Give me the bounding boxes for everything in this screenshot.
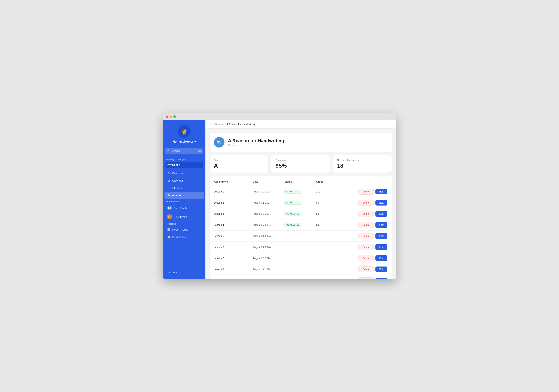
sidebar-item-grades[interactable]: ✎ Grades xyxy=(165,192,204,199)
sidebar-item-calendar[interactable]: ▦ Calendar xyxy=(165,177,204,184)
assignments-value: 18 xyxy=(337,163,387,169)
table-rows: Lesson 1 August 01, 2024 COMPLETED 100 D… xyxy=(214,186,387,279)
cell-date: August 12, 2024 xyxy=(253,257,284,260)
sidebar-item-classes[interactable]: ⊞ Classes xyxy=(165,184,204,191)
table-header: Assignment Date Status Grade xyxy=(214,180,387,185)
edit-button[interactable]: Edit xyxy=(375,255,387,261)
delete-button[interactable]: Delete xyxy=(358,200,373,206)
search-placeholder: Search xyxy=(172,149,197,152)
edit-button[interactable]: Edit xyxy=(375,278,387,279)
cell-date: August 06, 2024 xyxy=(253,224,284,226)
cell-assignment: Lesson 1 xyxy=(214,190,253,193)
sidebar-item-settings[interactable]: ⚙ Settings xyxy=(165,269,204,276)
chevron-right-icon: › xyxy=(200,164,201,167)
app-name: Homeschoolerly xyxy=(173,140,196,144)
edit-button[interactable]: Edit xyxy=(375,200,387,206)
edit-button[interactable]: Edit xyxy=(375,222,387,228)
stat-card-percentage: Percentage 95% xyxy=(271,155,330,173)
sidebar-item-label: Dashboard xyxy=(172,172,185,175)
subject-avatar: SS xyxy=(214,137,224,147)
minimize-button[interactable] xyxy=(169,115,172,118)
content-area: SS A Reason for Handwriting Grades Grade… xyxy=(205,128,396,279)
col-header-grade: Grade xyxy=(316,180,337,183)
sidebar-item-label: Grades xyxy=(172,194,181,197)
settings-label: Settings xyxy=(172,271,182,274)
student-name-ss: Sam Smith xyxy=(174,207,186,210)
col-header-date: Date xyxy=(253,180,284,183)
cell-assignment: Lesson 6 xyxy=(214,246,253,248)
table-row: Lesson 1 August 01, 2024 COMPLETED 100 D… xyxy=(214,186,387,197)
close-button[interactable] xyxy=(166,115,168,118)
sidebar-item-student-ss[interactable]: SS Sam Smith xyxy=(165,204,204,212)
sidebar-item-label: Summaries xyxy=(172,236,186,238)
search-bar[interactable]: 🔍 Search ⌘K xyxy=(165,148,203,154)
cell-assignment: Lesson 5 xyxy=(214,235,253,237)
table-row: Lesson 3 August 05, 2024 COMPLETED 95 De… xyxy=(214,208,387,219)
sidebar-item-label: Report Cards xyxy=(172,228,188,231)
breadcrumb-current: A Reason for Handwriting xyxy=(227,123,255,126)
breadcrumb-sep-1: › xyxy=(213,123,214,126)
sidebar-item-dashboard[interactable]: ⊙ Dashboard xyxy=(165,170,204,177)
table-card: Assignment Date Status Grade Lesson 1 Au… xyxy=(210,176,392,279)
grades-icon: ✎ xyxy=(167,193,170,197)
sidebar: 🦉 Homeschoolerly 🔍 Search ⌘K Viewing sch… xyxy=(163,120,205,279)
student-avatar-ss: SS xyxy=(167,206,172,210)
settings-icon: ⚙ xyxy=(167,271,170,274)
row-actions: Delete Edit xyxy=(337,211,387,217)
subject-header-card: SS A Reason for Handwriting Grades xyxy=(210,133,392,152)
delete-button[interactable]: Delete xyxy=(358,244,373,250)
breadcrumb: ⌂ › Grades › A Reason for Handwriting xyxy=(205,120,396,128)
delete-button[interactable]: Delete xyxy=(358,255,373,261)
app-body: 🦉 Homeschoolerly 🔍 Search ⌘K Viewing sch… xyxy=(163,120,396,279)
reporting-section-label: Reporting xyxy=(163,221,205,226)
breadcrumb-grades[interactable]: Grades xyxy=(215,123,223,126)
delete-button[interactable]: Delete xyxy=(358,189,373,195)
table-row: Lesson 5 August 08, 2024 Delete Edit xyxy=(214,230,387,242)
row-actions: Delete Edit xyxy=(337,233,387,239)
delete-button[interactable]: Delete xyxy=(358,233,373,239)
delete-button[interactable]: Delete xyxy=(358,277,373,279)
calendar-icon: ▦ xyxy=(167,179,170,182)
delete-button[interactable]: Delete xyxy=(358,266,373,272)
delete-button[interactable]: Delete xyxy=(358,211,373,217)
edit-button[interactable]: Edit xyxy=(375,266,387,272)
cell-grade: 80 xyxy=(316,201,337,204)
grade-value: A xyxy=(214,163,264,169)
table-row: Lesson 8 August 13, 2024 Delete Edit xyxy=(214,264,387,275)
cell-grade: 95 xyxy=(316,212,337,215)
maximize-button[interactable] xyxy=(173,115,176,118)
percentage-label: Percentage xyxy=(275,159,326,162)
stat-card-grade: Grade A xyxy=(210,155,268,173)
home-icon[interactable]: ⌂ xyxy=(210,123,211,126)
row-actions: Delete Edit xyxy=(337,277,387,279)
breadcrumb-sep-2: › xyxy=(224,123,225,126)
subject-title: A Reason for Handwriting xyxy=(228,138,284,144)
search-shortcut: ⌘K xyxy=(198,150,202,152)
cell-status: COMPLETED xyxy=(284,201,316,205)
cell-date: August 01, 2024 xyxy=(253,190,284,193)
search-icon: 🔍 xyxy=(167,149,170,153)
titlebar xyxy=(163,113,396,120)
status-badge: COMPLETED xyxy=(284,190,301,193)
edit-button[interactable]: Edit xyxy=(375,244,387,250)
sidebar-item-report-cards[interactable]: 📄 Report Cards xyxy=(165,226,204,233)
sidebar-item-label: Classes xyxy=(172,186,182,190)
report-cards-icon: 📄 xyxy=(167,228,170,231)
cell-grade: 99 xyxy=(316,224,337,226)
sidebar-item-summaries[interactable]: 📋 Summaries xyxy=(165,233,204,240)
percentage-value: 95% xyxy=(275,163,326,169)
row-actions: Delete Edit xyxy=(337,200,387,206)
cell-date: August 09, 2024 xyxy=(253,246,284,248)
edit-button[interactable]: Edit xyxy=(375,189,387,194)
cell-assignment: Lesson 7 xyxy=(214,257,253,260)
cell-assignment: Lesson 4 xyxy=(214,224,253,226)
delete-button[interactable]: Delete xyxy=(358,222,373,228)
cell-date: August 08, 2024 xyxy=(253,235,284,237)
edit-button[interactable]: Edit xyxy=(375,233,387,239)
school-year-selector[interactable]: 2024-2025 › xyxy=(165,162,203,168)
edit-button[interactable]: Edit xyxy=(375,211,387,217)
school-year-value: 2024-2025 xyxy=(167,164,180,167)
col-header-actions xyxy=(337,180,387,183)
sidebar-item-student-ks[interactable]: KS Kelly Smith xyxy=(165,213,204,221)
student-name-ks: Kelly Smith xyxy=(174,215,187,218)
